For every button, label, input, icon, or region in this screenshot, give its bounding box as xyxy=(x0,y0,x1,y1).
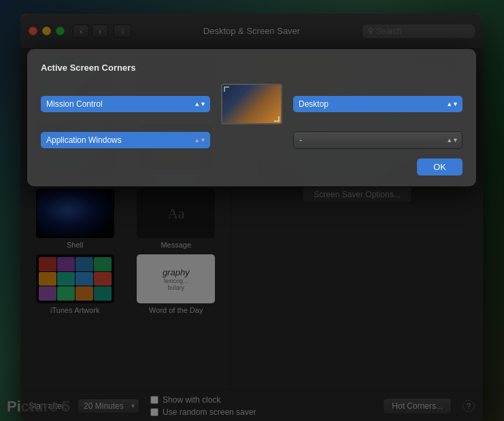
desktop-preview-image xyxy=(222,85,281,123)
corner-indicator-tl xyxy=(224,86,229,92)
corner-tr-wrapper[interactable]: Mission Control Desktop Application Wind… xyxy=(293,96,463,112)
corner-bl-wrapper[interactable]: Mission Control Application Windows Desk… xyxy=(41,132,210,148)
main-window: ‹ › ⋮ Desktop & Screen Saver ⚲ Ken Burns xyxy=(20,14,483,421)
corner-indicator-br xyxy=(274,116,280,122)
corner-br-select[interactable]: - Mission Control Application Windows De… xyxy=(293,131,463,149)
corner-br-wrapper[interactable]: - Mission Control Application Windows De… xyxy=(293,131,463,149)
ok-button[interactable]: OK xyxy=(417,158,463,175)
modal-title: Active Screen Corners xyxy=(41,63,463,73)
modal-top-row: Mission Control Application Windows Desk… xyxy=(41,84,463,124)
modal-overlay: Active Screen Corners Mission Control Ap… xyxy=(20,14,483,421)
corner-bl-select[interactable]: Mission Control Application Windows Desk… xyxy=(41,132,210,148)
corner-tl-select[interactable]: Mission Control Application Windows Desk… xyxy=(41,96,210,112)
modal-footer: OK xyxy=(41,158,463,175)
corner-tr-select[interactable]: Mission Control Desktop Application Wind… xyxy=(293,96,463,112)
active-screen-corners-modal: Active Screen Corners Mission Control Ap… xyxy=(27,49,476,186)
desktop-preview-thumbnail xyxy=(221,84,282,124)
corner-tl-wrapper[interactable]: Mission Control Application Windows Desk… xyxy=(41,96,210,112)
modal-bottom-row: Mission Control Application Windows Desk… xyxy=(41,131,463,149)
